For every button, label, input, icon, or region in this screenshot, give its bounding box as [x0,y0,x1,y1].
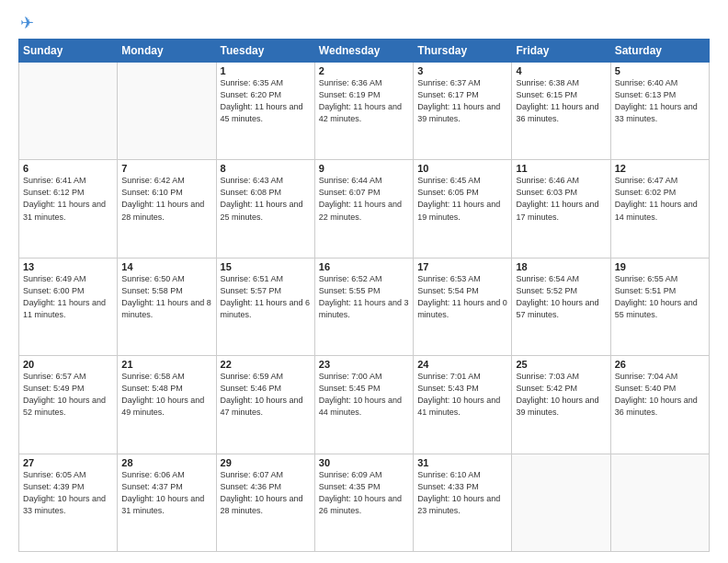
day-cell: 3Sunrise: 6:37 AMSunset: 6:17 PMDaylight… [414,63,512,160]
day-number: 28 [121,457,211,468]
day-cell: 17Sunrise: 6:53 AMSunset: 5:54 PMDayligh… [414,258,512,355]
day-info: Sunrise: 6:07 AMSunset: 4:36 PMDaylight:… [221,469,311,517]
week-row-1: 1Sunrise: 6:35 AMSunset: 6:20 PMDaylight… [19,63,710,160]
day-number: 12 [615,163,705,174]
day-cell: 7Sunrise: 6:42 AMSunset: 6:10 PMDaylight… [118,160,216,258]
day-cell: 15Sunrise: 6:51 AMSunset: 5:57 PMDayligh… [216,258,314,355]
day-cell: 23Sunrise: 7:00 AMSunset: 5:45 PMDayligh… [314,356,413,454]
day-info: Sunrise: 6:10 AMSunset: 4:33 PMDaylight:… [417,469,507,517]
day-number: 3 [417,65,507,76]
day-info: Sunrise: 6:43 AMSunset: 6:08 PMDaylight:… [221,175,311,223]
day-info: Sunrise: 6:38 AMSunset: 6:15 PMDaylight:… [516,77,606,125]
day-number: 27 [23,457,113,468]
day-info: Sunrise: 6:37 AMSunset: 6:17 PMDaylight:… [417,77,507,125]
day-cell: 25Sunrise: 7:03 AMSunset: 5:42 PMDayligh… [512,356,610,454]
day-cell: 11Sunrise: 6:46 AMSunset: 6:03 PMDayligh… [512,160,610,258]
day-number: 16 [319,261,409,272]
week-row-4: 20Sunrise: 6:57 AMSunset: 5:49 PMDayligh… [19,356,710,454]
day-info: Sunrise: 6:36 AMSunset: 6:19 PMDaylight:… [319,77,409,125]
day-number: 11 [516,163,606,174]
day-number: 18 [516,261,606,272]
weekday-sunday: Sunday [19,40,118,63]
day-cell: 21Sunrise: 6:58 AMSunset: 5:48 PMDayligh… [118,356,216,454]
day-info: Sunrise: 6:55 AMSunset: 5:51 PMDaylight:… [615,273,705,321]
day-number: 6 [23,163,113,174]
day-info: Sunrise: 6:42 AMSunset: 6:10 PMDaylight:… [121,175,211,223]
day-number: 26 [615,359,705,370]
day-number: 7 [121,163,211,174]
day-number: 23 [319,359,409,370]
day-cell: 29Sunrise: 6:07 AMSunset: 4:36 PMDayligh… [216,454,314,551]
day-cell: 13Sunrise: 6:49 AMSunset: 6:00 PMDayligh… [19,258,118,355]
day-info: Sunrise: 7:01 AMSunset: 5:43 PMDaylight:… [417,371,507,419]
day-number: 2 [319,65,409,76]
page: ✈ SundayMondayTuesdayWednesdayThursdayFr… [0,0,728,563]
logo: ✈ [18,15,34,31]
day-info: Sunrise: 6:47 AMSunset: 6:02 PMDaylight:… [615,175,705,223]
week-row-3: 13Sunrise: 6:49 AMSunset: 6:00 PMDayligh… [19,258,710,355]
day-cell [118,63,216,160]
day-number: 21 [121,359,211,370]
day-info: Sunrise: 6:49 AMSunset: 6:00 PMDaylight:… [23,273,113,321]
weekday-saturday: Saturday [610,40,709,63]
day-number: 31 [417,457,507,468]
day-cell: 4Sunrise: 6:38 AMSunset: 6:15 PMDaylight… [512,63,610,160]
day-info: Sunrise: 6:35 AMSunset: 6:20 PMDaylight:… [221,77,311,125]
day-cell: 19Sunrise: 6:55 AMSunset: 5:51 PMDayligh… [610,258,709,355]
day-number: 4 [516,65,606,76]
day-info: Sunrise: 7:00 AMSunset: 5:45 PMDaylight:… [319,371,409,419]
day-info: Sunrise: 6:50 AMSunset: 5:58 PMDaylight:… [121,273,211,321]
day-info: Sunrise: 6:52 AMSunset: 5:55 PMDaylight:… [319,273,409,321]
day-number: 24 [417,359,507,370]
day-info: Sunrise: 6:05 AMSunset: 4:39 PMDaylight:… [23,469,113,517]
day-number: 25 [516,359,606,370]
day-info: Sunrise: 7:03 AMSunset: 5:42 PMDaylight:… [516,371,606,419]
day-number: 19 [615,261,705,272]
day-cell: 20Sunrise: 6:57 AMSunset: 5:49 PMDayligh… [19,356,118,454]
weekday-header-row: SundayMondayTuesdayWednesdayThursdayFrid… [19,40,710,63]
week-row-2: 6Sunrise: 6:41 AMSunset: 6:12 PMDaylight… [19,160,710,258]
header: ✈ [18,15,710,31]
weekday-friday: Friday [512,40,610,63]
day-cell: 18Sunrise: 6:54 AMSunset: 5:52 PMDayligh… [512,258,610,355]
day-number: 9 [319,163,409,174]
day-cell: 2Sunrise: 6:36 AMSunset: 6:19 PMDaylight… [314,63,413,160]
day-info: Sunrise: 6:53 AMSunset: 5:54 PMDaylight:… [417,273,507,321]
day-info: Sunrise: 6:44 AMSunset: 6:07 PMDaylight:… [319,175,409,223]
day-number: 17 [417,261,507,272]
day-number: 20 [23,359,113,370]
day-number: 30 [319,457,409,468]
day-cell: 31Sunrise: 6:10 AMSunset: 4:33 PMDayligh… [414,454,512,551]
day-info: Sunrise: 6:45 AMSunset: 6:05 PMDaylight:… [417,175,507,223]
day-info: Sunrise: 6:51 AMSunset: 5:57 PMDaylight:… [221,273,311,321]
day-cell: 1Sunrise: 6:35 AMSunset: 6:20 PMDaylight… [216,63,314,160]
day-info: Sunrise: 6:09 AMSunset: 4:35 PMDaylight:… [319,469,409,517]
day-info: Sunrise: 6:58 AMSunset: 5:48 PMDaylight:… [121,371,211,419]
day-cell: 14Sunrise: 6:50 AMSunset: 5:58 PMDayligh… [118,258,216,355]
weekday-monday: Monday [118,40,216,63]
day-info: Sunrise: 6:59 AMSunset: 5:46 PMDaylight:… [221,371,311,419]
day-cell: 22Sunrise: 6:59 AMSunset: 5:46 PMDayligh… [216,356,314,454]
day-info: Sunrise: 6:46 AMSunset: 6:03 PMDaylight:… [516,175,606,223]
day-number: 8 [221,163,311,174]
day-cell: 8Sunrise: 6:43 AMSunset: 6:08 PMDaylight… [216,160,314,258]
day-cell [19,63,118,160]
day-info: Sunrise: 6:41 AMSunset: 6:12 PMDaylight:… [23,175,113,223]
calendar-table: SundayMondayTuesdayWednesdayThursdayFrid… [18,39,710,552]
day-cell: 9Sunrise: 6:44 AMSunset: 6:07 PMDaylight… [314,160,413,258]
day-number: 1 [221,65,311,76]
day-number: 13 [23,261,113,272]
calendar: SundayMondayTuesdayWednesdayThursdayFrid… [18,39,710,552]
day-number: 22 [221,359,311,370]
day-cell: 24Sunrise: 7:01 AMSunset: 5:43 PMDayligh… [414,356,512,454]
day-info: Sunrise: 6:57 AMSunset: 5:49 PMDaylight:… [23,371,113,419]
day-number: 15 [221,261,311,272]
day-number: 10 [417,163,507,174]
logo-bird-icon: ✈ [20,15,34,31]
day-cell: 12Sunrise: 6:47 AMSunset: 6:02 PMDayligh… [610,160,709,258]
weekday-wednesday: Wednesday [314,40,413,63]
day-cell: 28Sunrise: 6:06 AMSunset: 4:37 PMDayligh… [118,454,216,551]
day-info: Sunrise: 6:06 AMSunset: 4:37 PMDaylight:… [121,469,211,517]
day-info: Sunrise: 7:04 AMSunset: 5:40 PMDaylight:… [615,371,705,419]
day-cell: 30Sunrise: 6:09 AMSunset: 4:35 PMDayligh… [314,454,413,551]
